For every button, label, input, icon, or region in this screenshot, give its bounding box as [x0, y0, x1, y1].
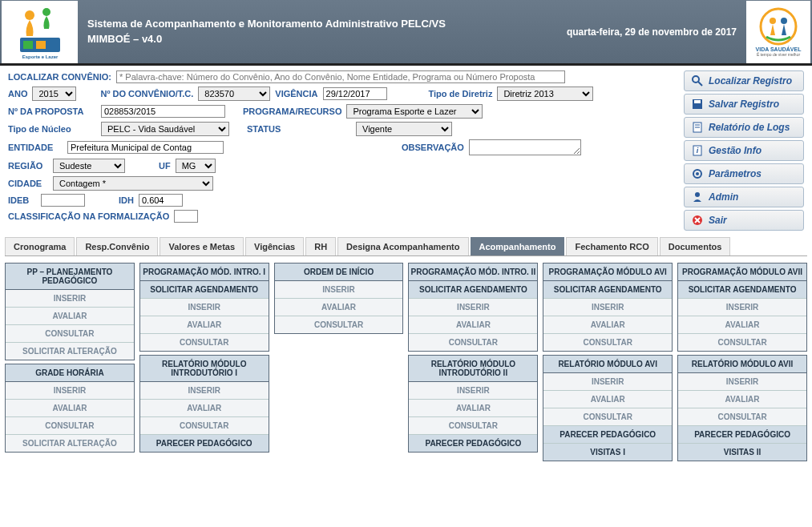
- panel-action[interactable]: CONSULTAR: [140, 334, 269, 351]
- panel-action[interactable]: PARECER PEDAGÓGICO: [409, 435, 537, 452]
- panel-action[interactable]: INSERIR: [140, 299, 269, 316]
- salvar-registro-button[interactable]: Salvar Registro: [684, 94, 804, 115]
- panel-action[interactable]: INSERIR: [275, 281, 403, 299]
- ideb-input[interactable]: [41, 194, 85, 207]
- panel: PROGRAMAÇÃO MÓD. INTRO. IISOLICITAR AGEN…: [408, 263, 538, 352]
- panel-action[interactable]: SOLICITAR ALTERAÇÃO: [6, 343, 134, 360]
- localizar-convenio-label: LOCALIZAR CONVÊNIO:: [8, 72, 111, 82]
- app-header: Esporte e Lazer Sistema de Acompanhament…: [0, 0, 812, 66]
- relatorio-logs-button[interactable]: Relatório de Logs: [684, 117, 804, 138]
- ano-label: ANO: [8, 89, 27, 99]
- panel-action[interactable]: SOLICITAR ALTERAÇÃO: [6, 435, 134, 452]
- panel-action[interactable]: CONSULTAR: [409, 334, 537, 351]
- tab-vigencias[interactable]: Vigências: [245, 237, 304, 255]
- num-convenio-select[interactable]: 823570: [198, 86, 270, 101]
- panel-action[interactable]: AVALIAR: [678, 391, 806, 408]
- sair-button[interactable]: Sair: [684, 210, 804, 231]
- panel-action[interactable]: CONSULTAR: [409, 417, 537, 435]
- panel-action[interactable]: AVALIAR: [140, 316, 269, 334]
- ano-select[interactable]: 2015: [32, 86, 76, 101]
- regiao-select[interactable]: Sudeste: [53, 159, 125, 173]
- tipo-diretriz-select[interactable]: Diretriz 2013: [497, 86, 593, 101]
- tab-resp-convenio[interactable]: Resp.Convênio: [76, 237, 158, 255]
- panel-action[interactable]: INSERIR: [6, 382, 134, 400]
- panel-action[interactable]: CONSULTAR: [275, 316, 403, 333]
- panel-action[interactable]: INSERIR: [678, 299, 806, 316]
- tab-fechamento-rco[interactable]: Fechamento RCO: [566, 237, 657, 255]
- admin-button[interactable]: Admin: [684, 187, 804, 207]
- panel-action[interactable]: CONSULTAR: [543, 334, 672, 351]
- header-title-block: Sistema de Acompanhamento e Monitorament…: [78, 17, 567, 46]
- programa-label: PROGRAMA/RECURSO: [243, 107, 341, 116]
- panel-action[interactable]: CONSULTAR: [678, 408, 806, 426]
- parametros-button[interactable]: Parâmetros: [684, 163, 804, 184]
- panel-action[interactable]: CONSULTAR: [678, 334, 806, 351]
- tab-valores-metas[interactable]: Valores e Metas: [160, 237, 244, 255]
- panel-action[interactable]: INSERIR: [409, 299, 537, 316]
- panel-header: ORDEM DE INÍCIO: [275, 264, 403, 281]
- panel-action[interactable]: INSERIR: [543, 299, 672, 316]
- panel-action[interactable]: AVALIAR: [678, 316, 806, 334]
- panel-action[interactable]: CONSULTAR: [6, 325, 134, 343]
- tabs-bar: Cronograma Resp.Convênio Valores e Metas…: [5, 237, 807, 256]
- observacao-textarea[interactable]: [469, 139, 581, 155]
- panel-action[interactable]: CONSULTAR: [543, 408, 672, 426]
- classificacao-input[interactable]: [174, 210, 198, 223]
- panel-action[interactable]: PARECER PEDAGÓGICO: [678, 426, 806, 444]
- gear-icon: [691, 167, 704, 180]
- gestao-info-button[interactable]: iGestão Info: [684, 140, 804, 161]
- status-select[interactable]: Vigente: [356, 122, 452, 136]
- panel-action[interactable]: AVALIAR: [543, 391, 672, 408]
- tab-documentos[interactable]: Documentos: [660, 237, 731, 255]
- panel-action[interactable]: INSERIR: [678, 373, 806, 391]
- panel-action[interactable]: SOLICITAR AGENDAMENTO: [543, 281, 672, 299]
- localizar-convenio-input[interactable]: [116, 70, 565, 83]
- panel-action[interactable]: AVALIAR: [140, 400, 269, 417]
- panel-action[interactable]: CONSULTAR: [140, 417, 269, 435]
- panel-action[interactable]: VISITAS I: [543, 444, 672, 461]
- panel-action[interactable]: INSERIR: [140, 382, 269, 400]
- panel-header: PROGRAMAÇÃO MÓDULO AVII: [678, 264, 806, 281]
- panel-action[interactable]: PARECER PEDAGÓGICO: [140, 435, 269, 452]
- panel-header: PROGRAMAÇÃO MÓD. INTRO. II: [409, 264, 537, 281]
- entidade-input[interactable]: [67, 141, 224, 154]
- tab-cronograma[interactable]: Cronograma: [5, 237, 75, 255]
- localizar-registro-button[interactable]: Localizar Registro: [684, 70, 804, 91]
- side-label: Sair: [709, 215, 727, 226]
- panel-action[interactable]: CONSULTAR: [6, 417, 134, 435]
- panel: PROGRAMAÇÃO MÓD. INTRO. ISOLICITAR AGEND…: [139, 263, 269, 352]
- panel-action[interactable]: INSERIR: [409, 382, 537, 400]
- programa-select[interactable]: Programa Esporte e Lazer: [346, 104, 483, 119]
- panel-action[interactable]: PARECER PEDAGÓGICO: [543, 426, 672, 444]
- exit-icon: [691, 214, 704, 227]
- tab-designa-acomp[interactable]: Designa Acompanhamento: [337, 237, 468, 255]
- tab-rh[interactable]: RH: [305, 237, 336, 255]
- logo-right-text: VIDA SAUDÁVEL: [756, 46, 802, 52]
- panel-action[interactable]: SOLICITAR AGENDAMENTO: [678, 281, 806, 299]
- svg-point-0: [25, 10, 34, 20]
- panel-action[interactable]: AVALIAR: [6, 308, 134, 325]
- panel-action[interactable]: SOLICITAR AGENDAMENTO: [140, 281, 269, 299]
- panel-action[interactable]: INSERIR: [543, 373, 672, 391]
- header-date: quarta-feira, 29 de novembro de 2017: [567, 26, 746, 38]
- panel-action[interactable]: AVALIAR: [543, 316, 672, 334]
- num-proposta-input[interactable]: [101, 105, 225, 118]
- panel-action[interactable]: AVALIAR: [409, 316, 537, 334]
- panel-action[interactable]: INSERIR: [6, 290, 134, 308]
- tipo-nucleo-select[interactable]: PELC - Vida Saudável: [101, 122, 229, 136]
- tipo-diretriz-label: Tipo de Diretriz: [429, 89, 493, 99]
- uf-select[interactable]: MG: [176, 159, 216, 173]
- panel-action[interactable]: AVALIAR: [6, 400, 134, 417]
- panel-action[interactable]: VISITAS II: [678, 444, 806, 461]
- side-label: Salvar Registro: [709, 99, 779, 110]
- panel-action[interactable]: SOLICITAR AGENDAMENTO: [409, 281, 537, 299]
- panel-header: PP – PLANEJAMENTO PEDAGÓGICO: [6, 264, 134, 290]
- sidebar-actions: Localizar Registro Salvar Registro Relat…: [684, 70, 804, 233]
- vigencia-input[interactable]: [323, 87, 387, 100]
- panel-action[interactable]: AVALIAR: [275, 299, 403, 316]
- panel-action[interactable]: AVALIAR: [409, 400, 537, 417]
- tab-acompanhamento[interactable]: Acompanhamento: [471, 237, 565, 255]
- ideb-label: IDEB: [8, 195, 36, 205]
- cidade-select[interactable]: Contagem *: [53, 176, 213, 191]
- idh-input[interactable]: [139, 194, 183, 207]
